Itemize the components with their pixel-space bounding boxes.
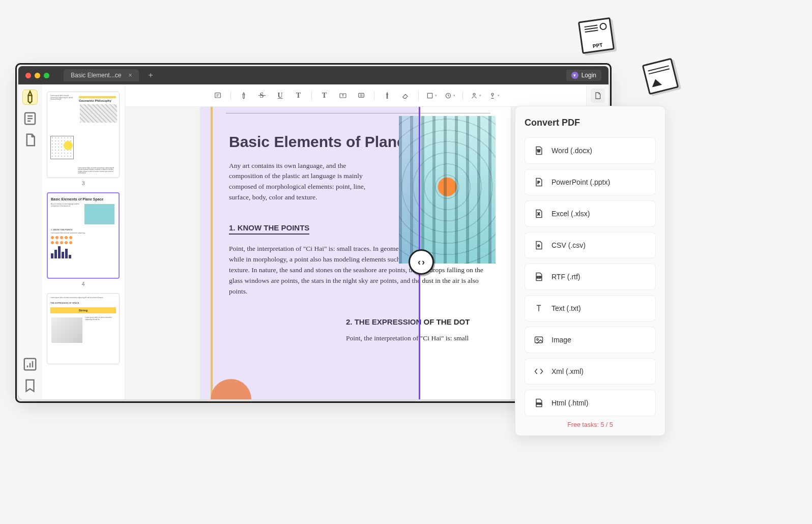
chevron-left-icon: ‹ (418, 257, 421, 268)
convert-option-label: CSV (.csv) (552, 241, 586, 249)
highlight-tool-icon[interactable] (22, 90, 38, 105)
pencil-icon[interactable] (382, 90, 393, 101)
txt-file-icon (533, 303, 544, 314)
svg-text:HTML: HTML (536, 402, 542, 405)
convert-option-label: Html (.html) (552, 399, 588, 407)
convert-option-label: Excel (.xlsx) (552, 210, 590, 218)
link-icon[interactable] (488, 90, 500, 101)
tab-label: Basic Element...ce (71, 72, 121, 79)
svg-text:W: W (537, 149, 541, 153)
csv-file-icon: C (533, 240, 544, 251)
image-file-icon (533, 334, 544, 345)
free-tasks-label: Free tasks: 5 / 5 (525, 421, 656, 428)
convert-option-csv[interactable]: CCSV (.csv) (525, 232, 656, 258)
login-label: Login (582, 72, 596, 79)
convert-option-ppt[interactable]: PPowerPoint (.pptx) (525, 169, 656, 195)
callout-icon[interactable] (356, 90, 367, 101)
html-file-icon: HTML (533, 397, 544, 409)
convert-option-txt[interactable]: Text (.txt) (525, 295, 656, 322)
convert-option-label: Word (.docx) (552, 147, 592, 155)
svg-point-7 (473, 93, 475, 95)
note-icon[interactable] (212, 90, 223, 101)
annotation-toolbar: S U T T (125, 84, 586, 107)
user-avatar-icon: ▾ (571, 72, 578, 79)
squiggly-icon[interactable]: T (293, 90, 304, 101)
tool-sidebar (18, 84, 42, 399)
word-file-icon: W (533, 145, 544, 156)
rtf-file-icon: RTF (533, 271, 544, 282)
hero-image (399, 116, 496, 264)
convert-option-label: Text (.txt) (552, 304, 581, 312)
shape-icon[interactable] (426, 90, 437, 101)
svg-rect-5 (427, 93, 432, 98)
login-button[interactable]: ▾ Login (566, 70, 601, 81)
textbox-icon[interactable] (337, 90, 349, 101)
chevron-right-icon: › (422, 257, 425, 268)
comparison-slider-handle[interactable]: ‹ › (409, 249, 434, 275)
window-controls[interactable] (25, 73, 49, 78)
underline-icon[interactable]: U (275, 90, 286, 101)
page-tool-icon[interactable] (22, 132, 38, 148)
form-tool-icon[interactable] (22, 111, 38, 126)
convert-option-label: Image (552, 336, 571, 344)
stamp-icon[interactable] (444, 90, 455, 101)
maximize-window-icon[interactable] (44, 73, 49, 78)
text-icon[interactable]: T (319, 90, 330, 101)
signature-icon[interactable] (470, 90, 481, 101)
page-thumbnail[interactable]: Lorem ipsum dolor sit amet consectetur a… (47, 293, 120, 364)
svg-text:RTF: RTF (537, 276, 542, 279)
convert-option-label: Xml (.xml) (552, 367, 584, 375)
convert-pdf-panel: Convert PDF WWord (.docx)PPowerPoint (.p… (515, 106, 665, 436)
convert-option-image[interactable]: Image (525, 327, 656, 353)
convert-option-word[interactable]: WWord (.docx) (525, 137, 656, 164)
section-heading: 2. THE EXPRESSION OF THE DOT (346, 317, 485, 326)
highlight-icon[interactable] (238, 90, 249, 101)
convert-option-label: RTF (.rtf) (552, 273, 581, 281)
convert-panel-title: Convert PDF (525, 118, 656, 128)
decorative-ppt-sketch: PPT (578, 17, 615, 54)
new-tab-button[interactable]: + (148, 71, 153, 80)
decorative-image-sketch (642, 58, 679, 95)
document-tab[interactable]: Basic Element...ce × (64, 69, 139, 81)
strikethrough-icon[interactable]: S (256, 90, 268, 101)
convert-panel-toggle-icon[interactable] (591, 89, 605, 103)
intro-paragraph: Any art contains its own language, and t… (229, 161, 376, 203)
close-tab-icon[interactable]: × (128, 72, 132, 79)
svg-rect-2 (215, 93, 220, 97)
ppt-file-icon: P (533, 177, 544, 188)
titlebar: Basic Element...ce × + ▾ Login (18, 66, 608, 84)
stats-tool-icon[interactable] (22, 357, 38, 372)
convert-option-xml[interactable]: Xml (.xml) (525, 358, 656, 385)
decorative-circle (211, 379, 251, 399)
thumbnail-number: 3 (47, 180, 120, 186)
thumbnail-panel: Lorem ipsum dolor sit amet consectetur a… (42, 84, 125, 399)
svg-point-15 (537, 339, 538, 340)
convert-option-excel[interactable]: XExcel (.xlsx) (525, 200, 656, 227)
excel-file-icon: X (533, 208, 544, 219)
bookmark-tool-icon[interactable] (22, 378, 38, 393)
thumbnail-number: 4 (47, 281, 120, 287)
minimize-window-icon[interactable] (35, 73, 40, 78)
svg-text:C: C (538, 244, 540, 247)
section-heading: 1. KNOW THE POINTS (229, 223, 309, 235)
close-window-icon[interactable] (25, 73, 31, 78)
svg-text:P: P (538, 181, 540, 184)
body-paragraph: Point, the interpretation of "Ci Hai" is… (346, 333, 485, 344)
svg-rect-4 (358, 93, 364, 97)
convert-option-label: PowerPoint (.pptx) (552, 178, 610, 186)
eraser-icon[interactable] (400, 90, 411, 101)
document-page: Basic Elements of Plane Space Any art co… (200, 107, 511, 399)
convert-option-rtf[interactable]: RTFRTF (.rtf) (525, 264, 656, 290)
svg-point-8 (491, 93, 494, 95)
page-thumbnail[interactable]: Basic Elements of Plane Space Any art co… (47, 192, 120, 279)
xml-file-icon (533, 366, 544, 377)
page-thumbnail[interactable]: Lorem ipsum dolor sit amet consectetur a… (47, 92, 120, 178)
svg-text:X: X (538, 212, 540, 216)
convert-option-html[interactable]: HTMLHtml (.html) (525, 390, 656, 416)
